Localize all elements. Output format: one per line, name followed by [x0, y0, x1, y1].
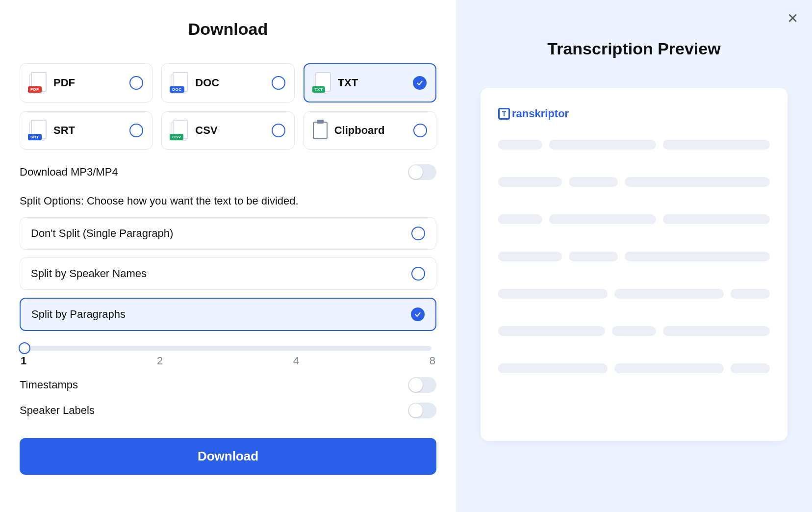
format-label: TXT	[338, 77, 406, 89]
skeleton-line	[498, 140, 542, 150]
skeleton-line	[663, 214, 770, 224]
speaker-labels-toggle[interactable]	[408, 403, 436, 418]
format-option-csv[interactable]: CSVCSV	[161, 111, 294, 150]
tick-8: 8	[430, 355, 435, 367]
tick-4: 4	[293, 355, 299, 367]
skeleton-line	[612, 326, 656, 336]
download-settings: Download PDFPDFDOCDOCTXTTXTSRTSRTCSVCSVC…	[0, 0, 456, 512]
split-option-1[interactable]: Split by Speaker Names	[20, 257, 436, 290]
skeleton-line	[625, 177, 770, 187]
page-title: Download	[20, 20, 436, 39]
skeleton-line	[498, 252, 562, 261]
brand-text: ranskriptor	[512, 107, 569, 120]
split-option-label: Split by Speaker Names	[31, 267, 147, 280]
skeleton-line	[569, 252, 618, 261]
skeleton-line	[625, 252, 770, 261]
file-icon-srt: SRT	[29, 120, 47, 141]
timestamps-row: Timestamps	[20, 377, 436, 393]
format-radio[interactable]	[413, 76, 427, 90]
skeleton-line	[663, 326, 770, 336]
skeleton-line	[614, 289, 724, 299]
skeleton-line	[731, 289, 770, 299]
mp3mp4-toggle[interactable]	[408, 164, 436, 180]
skeleton-line	[498, 177, 562, 187]
skeleton-line	[731, 363, 770, 373]
timestamps-toggle[interactable]	[408, 377, 436, 393]
format-label: SRT	[53, 124, 123, 137]
mp3mp4-row: Download MP3/MP4	[20, 164, 436, 180]
format-radio[interactable]	[413, 124, 427, 137]
format-option-txt[interactable]: TXTTXT	[304, 63, 436, 102]
format-radio[interactable]	[272, 76, 285, 90]
speaker-labels-label: Speaker Labels	[20, 404, 95, 417]
split-heading: Split Options: Choose how you want the t…	[20, 195, 436, 207]
slider-track[interactable]	[25, 346, 431, 351]
brand-icon: T	[498, 108, 510, 120]
format-radio[interactable]	[272, 124, 285, 137]
download-button[interactable]: Download	[20, 438, 436, 475]
format-option-srt[interactable]: SRTSRT	[20, 111, 152, 150]
skeleton-line	[614, 363, 724, 373]
format-label: CSV	[195, 124, 264, 137]
split-radio[interactable]	[411, 307, 425, 321]
skeleton-line	[498, 214, 542, 224]
format-label: DOC	[195, 77, 264, 89]
split-option-label: Don't Split (Single Paragraph)	[31, 227, 173, 240]
format-radio[interactable]	[129, 76, 143, 90]
format-label: Clipboard	[334, 124, 406, 137]
preview-title: Transcription Preview	[481, 39, 787, 58]
skeleton-line	[498, 363, 608, 373]
split-radio[interactable]	[411, 227, 425, 240]
format-option-pdf[interactable]: PDFPDF	[20, 63, 152, 102]
file-icon-doc: DOC	[171, 72, 188, 94]
file-icon-csv: CSV	[171, 120, 188, 141]
format-option-doc[interactable]: DOCDOC	[161, 63, 294, 102]
tick-1: 1	[21, 355, 26, 367]
file-icon-pdf: PDF	[29, 72, 47, 94]
split-options: Don't Split (Single Paragraph)Split by S…	[20, 217, 436, 331]
skeleton-line	[549, 140, 656, 150]
clipboard-icon	[313, 122, 328, 139]
slider-thumb[interactable]	[19, 342, 30, 354]
skeleton-line	[663, 140, 770, 150]
skeleton-line	[498, 326, 605, 336]
preview-panel: ✕ Transcription Preview Transkriptor	[456, 0, 812, 512]
format-option-clipboard[interactable]: Clipboard	[304, 111, 436, 150]
preview-card: Transkriptor	[481, 88, 787, 441]
split-option-2[interactable]: Split by Paragraphs	[20, 298, 436, 331]
format-label: PDF	[53, 77, 123, 89]
format-radio[interactable]	[129, 124, 143, 137]
slider-ticks: 1 2 4 8	[20, 355, 436, 367]
paragraph-slider: 1 2 4 8	[20, 346, 436, 367]
split-option-label: Split by Paragraphs	[31, 308, 126, 321]
split-option-0[interactable]: Don't Split (Single Paragraph)	[20, 217, 436, 250]
mp3mp4-label: Download MP3/MP4	[20, 166, 118, 179]
file-icon-txt: TXT	[313, 72, 331, 94]
skeleton-line	[569, 177, 618, 187]
skeleton-line	[549, 214, 656, 224]
tick-2: 2	[157, 355, 163, 367]
close-icon[interactable]: ✕	[787, 12, 798, 26]
speaker-labels-row: Speaker Labels	[20, 403, 436, 418]
skeleton-line	[498, 289, 608, 299]
format-grid: PDFPDFDOCDOCTXTTXTSRTSRTCSVCSVClipboard	[20, 63, 436, 150]
brand-logo: Transkriptor	[498, 107, 770, 120]
timestamps-label: Timestamps	[20, 379, 78, 391]
split-radio[interactable]	[411, 267, 425, 281]
